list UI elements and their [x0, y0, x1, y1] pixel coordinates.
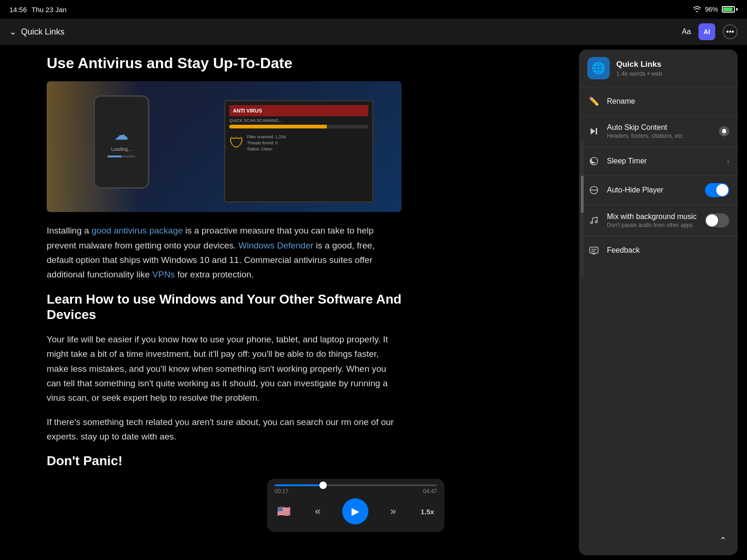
popup-header-icon: 🌐	[587, 57, 610, 79]
auto-skip-label: Auto Skip Content	[607, 123, 712, 132]
status-bar: 14:56 Thu 23 Jan 96%	[0, 0, 747, 19]
wifi-icon	[693, 6, 701, 14]
auto-hide-toggle[interactable]	[705, 183, 729, 197]
popup-title: Quick Links	[616, 60, 662, 69]
auto-skip-sublabel: Headers, footers, citations, etc.	[607, 133, 712, 139]
menu-text-auto-hide: Auto-Hide Player	[607, 186, 698, 194]
svg-rect-1	[596, 128, 597, 135]
svg-point-4	[591, 222, 592, 224]
auto-skip-icon	[587, 125, 600, 138]
svg-rect-6	[590, 247, 598, 253]
menu-text-sleep-timer: Sleep Timer	[607, 157, 720, 165]
mix-bg-sublabel: Don't pause audio from other apps	[607, 222, 698, 228]
ai-button[interactable]: AI	[698, 23, 715, 40]
scrollbar-thumb[interactable]	[581, 176, 584, 213]
current-time: 00:17	[275, 488, 289, 495]
article-heading-3: Don't Panic!	[47, 453, 402, 469]
player-times: 00:17 04:47	[275, 488, 437, 495]
status-left: 14:56 Thu 23 Jan	[9, 6, 67, 14]
progress-fill	[275, 484, 323, 486]
menu-right-sleep-timer: ›	[727, 157, 729, 165]
status-right: 96%	[693, 6, 738, 14]
menu-item-auto-hide[interactable]: Auto-Hide Player	[579, 176, 738, 205]
popup-menu: 🌐 Quick Links 1.4k words • web ✏️ Rename	[579, 50, 738, 555]
article-link-2[interactable]: Windows Defender	[239, 241, 314, 250]
laptop-screen: ANTI VIRUS QUICK SCAN SCANNING... 🛡 File…	[224, 100, 374, 203]
audio-player: 00:17 04:47 🇺🇸 « ▶ » 1.5x	[267, 479, 444, 532]
menu-right-auto-skip	[719, 126, 729, 136]
menu-item-feedback[interactable]: Feedback	[579, 236, 738, 264]
popup-header-text: Quick Links 1.4k words • web	[616, 60, 662, 77]
scroll-up-button[interactable]: ⌃	[712, 530, 733, 551]
skip-back-button[interactable]: «	[312, 503, 324, 520]
menu-item-rename[interactable]: ✏️ Rename	[579, 87, 738, 116]
chevron-down-icon[interactable]: ⌄	[9, 27, 16, 37]
time: 14:56	[9, 6, 27, 14]
article-para-3: If there's something tech related you ar…	[47, 415, 402, 444]
menu-text-mix-bg: Mix with background music Don't pause au…	[607, 213, 698, 228]
article-heading-1: Use Antivirus and Stay Up-To-Date	[47, 54, 560, 72]
popup-header: 🌐 Quick Links 1.4k words • web	[579, 50, 738, 87]
progress-track[interactable]	[275, 484, 437, 486]
mix-bg-label: Mix with background music	[607, 213, 698, 221]
auto-hide-label: Auto-Hide Player	[607, 186, 698, 194]
battery-icon	[722, 6, 738, 13]
feedback-icon	[587, 244, 600, 257]
popup-subtitle: 1.4k words • web	[616, 70, 662, 77]
svg-marker-0	[591, 128, 595, 135]
article-para-1: Installing a good antivirus package is a…	[47, 223, 402, 282]
skip-forward-button[interactable]: »	[388, 503, 399, 520]
phone-image: ☁ Loading...	[93, 95, 149, 189]
rename-label: Rename	[607, 97, 729, 106]
player-progress[interactable]	[275, 484, 437, 486]
battery-percent: 96%	[705, 6, 718, 13]
menu-text-rename: Rename	[607, 97, 729, 106]
nav-title: Quick Links	[21, 27, 64, 37]
chevron-right-icon: ›	[727, 157, 729, 165]
flag-icon: 🇺🇸	[275, 502, 293, 521]
menu-item-sleep-timer[interactable]: Sleep Timer ›	[579, 147, 738, 176]
menu-item-auto-skip[interactable]: Auto Skip Content Headers, footers, cita…	[579, 116, 738, 147]
mix-bg-toggle[interactable]	[705, 213, 729, 227]
article-para-2: Your life will be easier if you know how…	[47, 332, 402, 405]
sleep-timer-label: Sleep Timer	[607, 157, 720, 165]
menu-text-auto-skip: Auto Skip Content Headers, footers, cita…	[607, 123, 712, 139]
mix-bg-icon	[587, 214, 600, 227]
svg-point-5	[595, 221, 597, 223]
play-button[interactable]: ▶	[342, 498, 368, 525]
font-button[interactable]: Aa	[682, 28, 691, 36]
scrollbar[interactable]	[581, 138, 584, 278]
sleep-timer-icon	[587, 155, 600, 168]
date: Thu 23 Jan	[32, 6, 67, 14]
nav-right: Aa AI •••	[682, 23, 738, 40]
more-button[interactable]: •••	[723, 24, 738, 39]
rename-icon: ✏️	[587, 95, 600, 108]
article-link-1[interactable]: good antivirus package	[92, 226, 183, 235]
chevron-up-icon: ⌃	[719, 535, 726, 546]
bell-badge	[719, 126, 729, 136]
article-image: ☁ Loading... ANTI VIRUS QUICK SCAN SCANN…	[47, 81, 402, 212]
globe-icon: 🌐	[592, 62, 606, 75]
player-controls: 🇺🇸 « ▶ » 1.5x	[275, 498, 437, 525]
nav-left[interactable]: ⌄ Quick Links	[9, 27, 64, 37]
article-link-3[interactable]: VPNs	[152, 269, 175, 279]
feedback-label: Feedback	[607, 246, 729, 255]
auto-hide-icon	[587, 184, 600, 197]
speed-button[interactable]: 1.5x	[418, 505, 437, 518]
menu-text-feedback: Feedback	[607, 246, 729, 255]
menu-right-mix-bg[interactable]	[705, 213, 729, 227]
menu-right-auto-hide[interactable]	[705, 183, 729, 197]
article-heading-2: Learn How to use Windows and Your Other …	[47, 291, 402, 323]
menu-item-mix-bg[interactable]: Mix with background music Don't pause au…	[579, 205, 738, 236]
nav-bar: ⌄ Quick Links Aa AI •••	[0, 19, 747, 45]
total-time: 04:47	[423, 488, 437, 495]
